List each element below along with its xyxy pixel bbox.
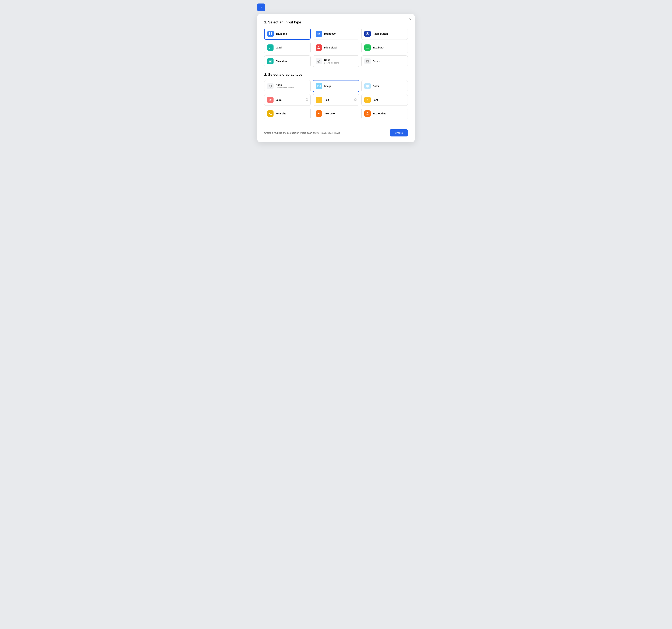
option-card-thumbnail[interactable]: Thumbnail bbox=[264, 28, 311, 40]
svg-rect-9 bbox=[269, 48, 270, 49]
thumbnail-text-block: Thumbnail bbox=[276, 32, 288, 35]
svg-rect-30 bbox=[318, 115, 320, 115]
option-card-text[interactable]: Text bbox=[313, 94, 359, 106]
font-text-block: Font bbox=[373, 98, 378, 101]
logo-print-icon bbox=[305, 98, 308, 102]
thumbnail-icon bbox=[267, 31, 274, 37]
color-label: Color bbox=[373, 85, 379, 88]
svg-rect-14 bbox=[366, 60, 369, 63]
option-card-dropdown[interactable]: Dropdown bbox=[313, 28, 359, 40]
svg-point-6 bbox=[367, 33, 368, 34]
option-card-radio-button[interactable]: Radio button bbox=[361, 28, 408, 40]
section2: 2. Select a display type NoneNot shown o… bbox=[264, 73, 408, 119]
font-label: Font bbox=[373, 98, 378, 101]
none-display-label: None bbox=[275, 83, 294, 87]
option-card-file-upload[interactable]: File upload bbox=[313, 42, 359, 53]
color-icon bbox=[364, 83, 371, 89]
svg-line-18 bbox=[269, 85, 271, 87]
option-card-image[interactable]: Image bbox=[313, 80, 359, 92]
none-display-icon bbox=[267, 83, 273, 89]
logo-icon bbox=[267, 97, 273, 103]
option-card-text-input[interactable]: Text input bbox=[361, 42, 408, 53]
text-print-icon bbox=[354, 98, 357, 102]
thumbnail-label: Thumbnail bbox=[276, 32, 288, 35]
text-text-block: Text bbox=[324, 98, 329, 101]
radio-button-icon bbox=[364, 31, 371, 37]
file-upload-icon bbox=[316, 44, 322, 51]
checkbox-icon bbox=[267, 58, 273, 65]
none-display-text-block: NoneNot shown on product bbox=[275, 83, 294, 89]
text-outline-label: Text outline bbox=[373, 112, 386, 115]
text-icon bbox=[316, 97, 322, 103]
option-card-color[interactable]: Color bbox=[361, 80, 408, 92]
option-card-label[interactable]: Label bbox=[264, 42, 311, 53]
svg-rect-28 bbox=[355, 100, 356, 100]
image-icon bbox=[316, 83, 322, 89]
option-card-checkbox[interactable]: Checkbox bbox=[264, 55, 311, 67]
option-card-font-size[interactable]: Font size bbox=[264, 108, 311, 119]
label-label: Label bbox=[275, 46, 282, 49]
svg-rect-0 bbox=[269, 32, 270, 33]
modal-close-button[interactable]: × bbox=[409, 18, 411, 21]
checkbox-label: Checkbox bbox=[275, 60, 287, 63]
svg-rect-27 bbox=[355, 98, 356, 99]
none-label: None bbox=[324, 58, 339, 62]
label-text-block: Label bbox=[275, 46, 282, 49]
text-color-icon bbox=[316, 111, 322, 117]
create-button[interactable]: Create bbox=[390, 129, 408, 137]
image-text-block: Image bbox=[324, 85, 331, 88]
svg-rect-31 bbox=[366, 115, 368, 115]
text-color-label: Text color bbox=[324, 112, 336, 115]
option-card-text-color[interactable]: Text color bbox=[313, 108, 359, 119]
option-card-text-outline[interactable]: Text outline bbox=[361, 108, 408, 119]
svg-rect-16 bbox=[367, 62, 368, 62]
svg-line-13 bbox=[318, 60, 320, 62]
font-size-label: Font size bbox=[275, 112, 286, 115]
background-close-button[interactable]: × bbox=[257, 3, 265, 11]
dropdown-icon bbox=[316, 31, 322, 37]
section1: 1. Select an input type Thumbnail Dropdo… bbox=[264, 20, 408, 67]
radio-button-label: Radio button bbox=[373, 32, 388, 35]
footer: Create a multiple choice question where … bbox=[264, 126, 408, 137]
svg-rect-3 bbox=[271, 34, 272, 35]
section1-title: 1. Select an input type bbox=[264, 20, 408, 24]
svg-point-25 bbox=[306, 99, 307, 100]
text-label: Text bbox=[324, 98, 329, 101]
option-card-font[interactable]: Font bbox=[361, 94, 408, 106]
svg-marker-21 bbox=[269, 99, 272, 101]
none-display-sublabel: Not shown on product bbox=[275, 87, 294, 89]
logo-text-block: Logo bbox=[275, 98, 282, 101]
svg-rect-8 bbox=[269, 48, 271, 48]
svg-rect-10 bbox=[366, 47, 369, 48]
section2-title: 2. Select a display type bbox=[264, 73, 408, 77]
group-label: Group bbox=[373, 60, 380, 63]
text-input-text-block: Text input bbox=[373, 46, 384, 49]
logo-label: Logo bbox=[275, 98, 282, 101]
modal: × 1. Select an input type Thumbnail Drop… bbox=[257, 14, 415, 142]
section1-grid: Thumbnail Dropdown Radio button Label Fi… bbox=[264, 28, 408, 67]
svg-rect-24 bbox=[307, 100, 307, 100]
file-upload-text-block: File upload bbox=[324, 46, 337, 49]
option-card-logo[interactable]: Logo bbox=[264, 94, 311, 106]
option-card-none[interactable]: NoneBehind the scene bbox=[313, 55, 359, 67]
font-size-icon bbox=[267, 111, 273, 117]
footer-description: Create a multiple choice question where … bbox=[264, 131, 340, 134]
none-text-block: NoneBehind the scene bbox=[324, 58, 339, 64]
text-input-label: Text input bbox=[373, 46, 384, 49]
dropdown-text-block: Dropdown bbox=[324, 32, 336, 35]
option-card-group[interactable]: Group bbox=[361, 55, 408, 67]
text-outline-text-block: Text outline bbox=[373, 112, 386, 115]
font-icon bbox=[364, 97, 371, 103]
svg-rect-7 bbox=[269, 47, 272, 47]
label-icon bbox=[267, 44, 273, 51]
font-size-text-block: Font size bbox=[275, 112, 286, 115]
text-input-icon bbox=[364, 44, 371, 51]
dropdown-label: Dropdown bbox=[324, 32, 336, 35]
text-outline-icon bbox=[364, 111, 371, 117]
color-text-block: Color bbox=[373, 85, 379, 88]
option-card-none-display[interactable]: NoneNot shown on product bbox=[264, 80, 311, 92]
svg-rect-15 bbox=[367, 61, 368, 61]
section2-grid: NoneNot shown on product Image Color Log… bbox=[264, 80, 408, 119]
page-wrapper: × × 1. Select an input type Thumbnail Dr… bbox=[257, 3, 415, 142]
image-label: Image bbox=[324, 85, 331, 88]
